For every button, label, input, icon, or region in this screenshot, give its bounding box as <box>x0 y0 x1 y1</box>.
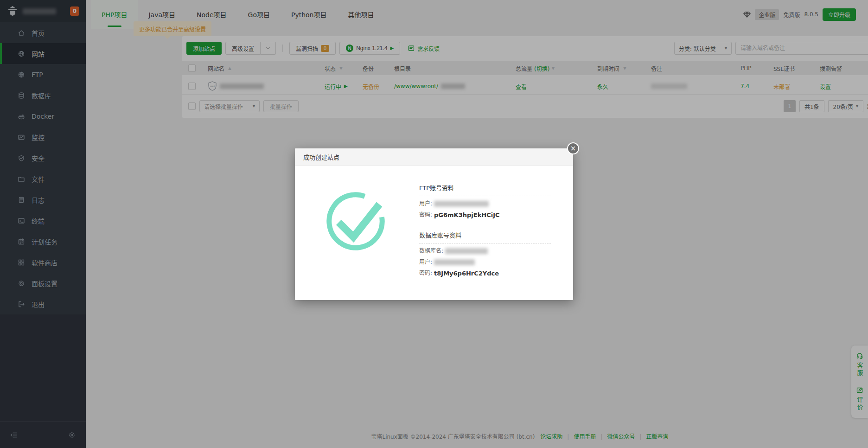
db-password-value: t8JMy6p6HrC2Ydce <box>434 270 499 277</box>
blurred-ftp-username <box>434 201 489 207</box>
close-icon[interactable]: × <box>567 142 579 154</box>
db-section-title: 数据库账号资料 <box>419 230 551 239</box>
db-password-row: 密码: t8JMy6p6HrC2Ydce <box>419 270 551 277</box>
blurred-db-name <box>445 248 488 254</box>
success-check-icon <box>322 187 389 255</box>
site-created-modal: × 成功创建站点 FTP账号资料 用户: 密码: pG6mK3hpjEkHCiJ… <box>295 148 573 300</box>
db-user-row: 用户: <box>419 259 551 266</box>
ftp-password-value: pG6mK3hpjEkHCiJC <box>434 211 499 218</box>
account-info: FTP账号资料 用户: 密码: pG6mK3hpjEkHCiJC 数据库账号资料… <box>419 177 551 277</box>
ftp-user-row: 用户: <box>419 200 551 207</box>
dashed-divider <box>419 243 551 243</box>
db-name-row: 数据库名: <box>419 248 551 255</box>
ftp-section-title: FTP账号资料 <box>419 183 551 192</box>
blurred-db-username <box>434 259 475 265</box>
dashed-divider <box>419 196 551 196</box>
ftp-password-row: 密码: pG6mK3hpjEkHCiJC <box>419 211 551 218</box>
modal-title: 成功创建站点 <box>295 148 573 166</box>
